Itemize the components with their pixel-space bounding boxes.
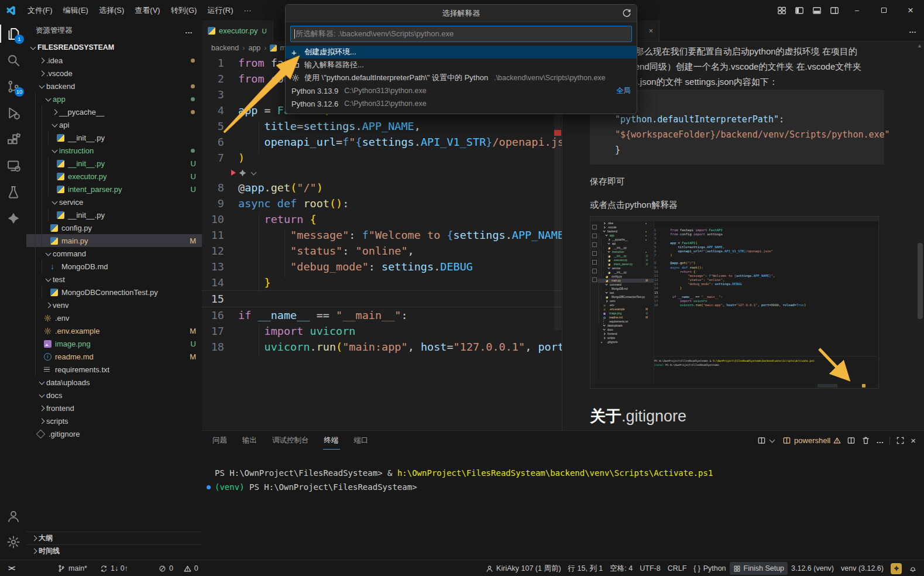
terminal-tab-powershell[interactable]: powershell <box>782 436 841 445</box>
kill-terminal-icon[interactable] <box>861 436 870 445</box>
tree-item-command[interactable]: command <box>26 247 202 260</box>
status-Python[interactable]: { } Python <box>690 562 729 575</box>
panel-tab-终端[interactable]: 终端 <box>323 431 340 450</box>
status-UTF-8[interactable]: UTF-8 <box>636 562 664 575</box>
status-CRLF[interactable]: CRLF <box>664 562 691 575</box>
tree-item-test[interactable]: test <box>26 273 202 286</box>
status-空格: 4[interactable]: 空格: 4 <box>606 562 636 575</box>
toggle-secondary-sidebar-icon[interactable] <box>826 0 843 20</box>
sidebar-more-icon[interactable]: … <box>185 26 193 35</box>
preview-scrollbar[interactable] <box>918 243 923 319</box>
interpreter-option[interactable]: Python 3.12.6 C:\Python312\python.exe <box>286 97 637 110</box>
tree-item-readme.md[interactable]: ireadme.mdM <box>26 350 202 363</box>
tree-item-MongoDB.md[interactable]: ↓MongoDB.md <box>26 260 202 273</box>
tree-item-.env.example[interactable]: .env.exampleM <box>26 324 202 337</box>
tree-item-__init__.py[interactable]: __init__.py <box>26 131 202 144</box>
tree-item-.env[interactable]: .env <box>26 311 202 324</box>
activity-explorer[interactable]: 1 <box>0 20 26 47</box>
tree-item-.gitignore[interactable]: .gitignore <box>26 427 202 440</box>
menu-运行(R)[interactable]: 运行(R) <box>202 4 238 17</box>
status-Finish Setup[interactable]: Finish Setup <box>730 562 788 575</box>
tree-item-instruction[interactable]: instruction <box>26 144 202 157</box>
status-warning[interactable]: 0 <box>180 562 202 575</box>
scroll-up-icon[interactable]: ▲ <box>917 43 922 49</box>
tree-item-requirements.txt[interactable]: requirements.txt <box>26 363 202 376</box>
split-terminal-icon[interactable] <box>847 436 856 445</box>
status-branch[interactable]: main* <box>54 562 91 575</box>
interpreter-option[interactable]: Python 3.13.9 C:\Python313\python.exe 全局 <box>286 84 637 97</box>
interpreter-option[interactable]: + 创建虚拟环境... <box>286 46 637 59</box>
menu-编辑(E)[interactable]: 编辑(E) <box>58 4 94 17</box>
tree-item-venv[interactable]: venv <box>26 299 202 311</box>
tree-item-MongoDBConnectionTest.py[interactable]: MongoDBConnectionTest.py <box>26 286 202 299</box>
tree-item-.vscode[interactable]: .vscode <box>26 67 202 80</box>
maximize-button[interactable] <box>870 0 897 20</box>
menu-文件(F)[interactable]: 文件(F) <box>22 4 58 17</box>
status-remote[interactable]: >< <box>5 562 18 575</box>
refresh-icon[interactable] <box>621 8 632 18</box>
menu-选择(S)[interactable]: 选择(S) <box>94 4 129 17</box>
outline-section[interactable]: 大纲 <box>26 532 202 544</box>
menu-查看(V)[interactable]: 查看(V) <box>129 4 165 17</box>
editor-more-icon[interactable]: … <box>909 26 916 35</box>
terminal[interactable]: PS H:\OwnProject\FilesReadSysteam> & h:\… <box>207 466 713 494</box>
tree-item-__init__.py[interactable]: __init__.pyU <box>26 157 202 170</box>
status-gold[interactable] <box>887 562 905 575</box>
interpreter-option[interactable]: 使用 \"python.defaultInterpreterPath\" 设置中… <box>286 71 637 84</box>
tree-item-__pycache__[interactable]: __pycache__ <box>26 105 202 118</box>
activity-settings[interactable] <box>0 529 26 555</box>
command-decoration[interactable] <box>207 485 211 489</box>
inline-chat-icon[interactable] <box>238 166 258 180</box>
maximize-panel-icon[interactable] <box>896 436 905 445</box>
close-panel-icon[interactable]: × <box>911 436 916 445</box>
toggle-sidebar-icon[interactable] <box>791 0 808 20</box>
interpreter-option[interactable]: 输入解释器路径... <box>286 59 637 71</box>
status-venv (3.12.6)[interactable]: venv (3.12.6) <box>837 562 887 575</box>
status-KiriAky 107 (1 周前)[interactable]: KiriAky 107 (1 周前) <box>482 562 564 575</box>
tree-item-frontend[interactable]: frontend <box>26 402 202 414</box>
tree-item-intent_parser.py[interactable]: intent_parser.pyU <box>26 183 202 196</box>
activity-extensions[interactable] <box>0 126 26 152</box>
panel-tab-输出[interactable]: 输出 <box>241 431 258 450</box>
tree-item-backend[interactable]: backend <box>26 80 202 92</box>
terminal-more-icon[interactable]: … <box>876 436 884 445</box>
tree-item-executor.py[interactable]: executor.pyU <box>26 170 202 183</box>
tree-item-__init__.py[interactable]: __init__.py <box>26 208 202 221</box>
toggle-panel-icon[interactable] <box>808 0 826 20</box>
global-link[interactable]: 全局 <box>616 86 631 96</box>
panel-tab-问题[interactable]: 问题 <box>211 431 228 450</box>
breadcrumb-backend[interactable]: backend <box>211 44 239 52</box>
status-3.12.6 (venv)[interactable]: 3.12.6 (venv) <box>788 562 837 575</box>
activity-source-control[interactable]: 10 <box>0 73 26 100</box>
timeline-section[interactable]: 时间线 <box>26 544 202 557</box>
panel-tab-调试控制台[interactable]: 调试控制台 <box>271 431 310 450</box>
tree-item-api[interactable]: api <box>26 118 202 131</box>
menu-overflow-icon[interactable]: ··· <box>238 4 256 17</box>
close-icon[interactable]: × <box>648 26 653 35</box>
breadcrumb-app[interactable]: app <box>248 44 260 52</box>
tree-item-config.py[interactable]: config.py <box>26 221 202 234</box>
activity-account[interactable] <box>0 503 26 529</box>
layout-grid-icon[interactable] <box>773 0 791 20</box>
status-sync[interactable]: 1↓ 0↑ <box>97 562 132 575</box>
activity-remote-explorer[interactable] <box>0 152 26 179</box>
status-error[interactable]: 0 <box>155 562 177 575</box>
interpreter-input[interactable]: 所选解释器: .\backend\venv\Scripts\python.exe <box>290 26 632 42</box>
tree-item-app[interactable]: app <box>26 92 202 105</box>
activity-testing[interactable] <box>0 179 26 205</box>
tree-item-data\uploads[interactable]: data\uploads <box>26 376 202 389</box>
panel-tab-端口[interactable]: 端口 <box>353 431 370 450</box>
tree-item-scripts[interactable]: scripts <box>26 414 202 427</box>
tree-item-service[interactable]: service <box>26 196 202 208</box>
tree-item-image.png[interactable]: image.pngU <box>26 337 202 350</box>
activity-search[interactable] <box>0 47 26 73</box>
status-行 15, 列 1[interactable]: 行 15, 列 1 <box>565 562 607 575</box>
status-bell[interactable] <box>905 562 920 575</box>
launch-profile-button[interactable] <box>757 436 777 445</box>
activity-run-debug[interactable] <box>0 100 26 126</box>
tree-item-docs[interactable]: docs <box>26 389 202 402</box>
tree-item-.idea[interactable]: .idea <box>26 54 202 67</box>
close-button[interactable]: × <box>897 0 924 20</box>
menu-转到(G)[interactable]: 转到(G) <box>166 4 202 17</box>
tab-executor-py[interactable]: executor.py U <box>202 20 273 41</box>
